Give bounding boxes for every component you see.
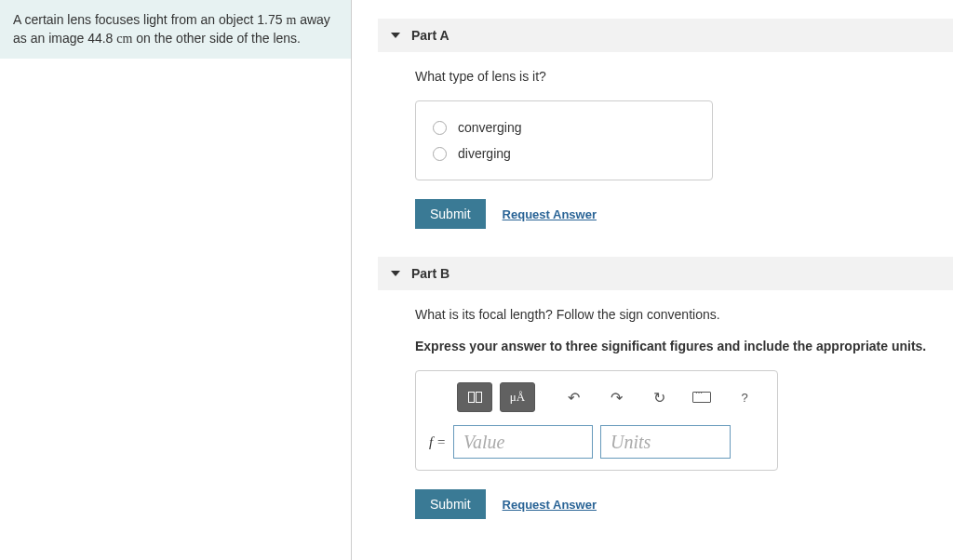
unit-cm: cm	[116, 32, 132, 46]
part-b: Part B What is its focal length? Follow …	[378, 257, 953, 519]
special-chars-button[interactable]: μÅ	[500, 382, 535, 412]
part-b-header[interactable]: Part B	[378, 257, 953, 290]
template-button[interactable]	[457, 382, 492, 412]
chevron-down-icon	[391, 271, 400, 276]
template-icon	[468, 392, 482, 403]
submit-button[interactable]: Submit	[415, 489, 486, 519]
undo-icon: ↶	[568, 389, 580, 407]
part-a-header[interactable]: Part A	[378, 19, 953, 52]
request-answer-link[interactable]: Request Answer	[503, 498, 597, 512]
help-button[interactable]: ?	[727, 382, 762, 412]
part-b-title: Part B	[411, 266, 450, 281]
answer-panel: Part A What type of lens is it? convergi…	[352, 0, 953, 560]
problem-text-1: A certain lens focuses light from an obj…	[13, 12, 286, 27]
units-input[interactable]: Units	[600, 425, 731, 459]
option-converging-label: converging	[458, 120, 522, 135]
redo-button[interactable]: ↷	[598, 382, 634, 412]
mu-label: μÅ	[510, 390, 525, 405]
radio-icon	[433, 121, 447, 135]
option-converging[interactable]: converging	[433, 114, 695, 140]
variable-label: f =	[429, 434, 446, 450]
part-b-body: What is its focal length? Follow the sig…	[378, 290, 953, 519]
radio-icon	[433, 147, 447, 161]
unit-m: m	[286, 13, 296, 27]
formula-toolbar: μÅ ↶ ↷ ↻ ?	[429, 382, 764, 412]
part-b-instruction: Express your answer to three significant…	[415, 339, 953, 353]
chevron-down-icon	[391, 33, 400, 38]
request-answer-link[interactable]: Request Answer	[503, 207, 597, 221]
keyboard-icon	[692, 392, 711, 403]
problem-panel: A certain lens focuses light from an obj…	[0, 0, 352, 560]
lens-type-radio-group: converging diverging	[415, 100, 713, 180]
value-input[interactable]: Value	[453, 425, 593, 459]
part-b-question: What is its focal length? Follow the sig…	[415, 307, 953, 322]
help-icon: ?	[741, 391, 747, 405]
problem-text: A certain lens focuses light from an obj…	[0, 0, 351, 59]
keyboard-button[interactable]	[684, 382, 719, 412]
part-b-actions: Submit Request Answer	[415, 489, 953, 519]
problem-text-3: on the other side of the lens.	[132, 31, 301, 46]
submit-button[interactable]: Submit	[415, 199, 486, 229]
part-a-title: Part A	[411, 28, 450, 43]
part-a: Part A What type of lens is it? convergi…	[378, 19, 953, 229]
part-a-actions: Submit Request Answer	[415, 199, 953, 229]
option-diverging-label: diverging	[458, 146, 511, 161]
reset-button[interactable]: ↻	[641, 382, 677, 412]
reset-icon: ↻	[653, 389, 665, 407]
part-a-question: What type of lens is it?	[415, 69, 953, 84]
undo-button[interactable]: ↶	[556, 382, 591, 412]
formula-input-row: f = Value Units	[429, 425, 764, 459]
redo-icon: ↷	[611, 389, 623, 407]
answer-input-panel: μÅ ↶ ↷ ↻ ?	[415, 370, 778, 471]
option-diverging[interactable]: diverging	[433, 140, 695, 167]
part-a-body: What type of lens is it? converging dive…	[378, 52, 953, 229]
